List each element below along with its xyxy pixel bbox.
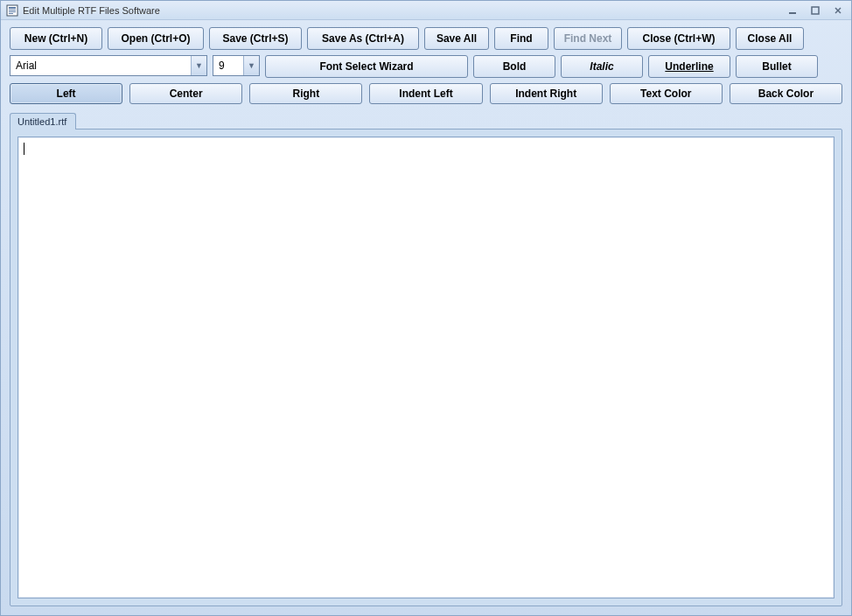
font-name-value: Arial bbox=[10, 60, 191, 72]
text-color-button[interactable]: Text Color bbox=[610, 83, 723, 104]
text-cursor bbox=[24, 143, 24, 155]
bullet-button[interactable]: Bullet bbox=[736, 55, 818, 78]
app-window: Edit Multiple RTF Files Software New (Ct… bbox=[0, 0, 852, 616]
save-all-button[interactable]: Save All bbox=[424, 27, 489, 50]
chevron-down-icon: ▼ bbox=[191, 56, 206, 75]
new-button[interactable]: New (Ctrl+N) bbox=[10, 27, 102, 50]
font-size-combo[interactable]: 9 ▼ bbox=[213, 55, 260, 76]
minimize-button[interactable] bbox=[785, 4, 800, 17]
window-title: Edit Multiple RTF Files Software bbox=[23, 5, 785, 16]
app-icon bbox=[6, 4, 18, 17]
font-name-combo[interactable]: Arial ▼ bbox=[10, 55, 207, 76]
save-as-button[interactable]: Save As (Ctrl+A) bbox=[307, 27, 419, 50]
close-window-button[interactable] bbox=[830, 4, 846, 17]
svg-rect-6 bbox=[812, 7, 819, 14]
align-center-button[interactable]: Center bbox=[129, 83, 242, 104]
underline-button[interactable]: Underline bbox=[648, 55, 730, 78]
save-button[interactable]: Save (Ctrl+S) bbox=[209, 27, 302, 50]
document-tab[interactable]: Untitled1.rtf bbox=[10, 113, 76, 130]
svg-rect-3 bbox=[9, 11, 16, 12]
find-button[interactable]: Find bbox=[494, 27, 548, 50]
text-editor[interactable] bbox=[17, 136, 835, 598]
font-size-value: 9 bbox=[213, 60, 243, 72]
svg-rect-5 bbox=[789, 12, 796, 14]
client-area: New (Ctrl+N) Open (Ctrl+O) Save (Ctrl+S)… bbox=[1, 20, 851, 615]
window-controls bbox=[785, 4, 846, 17]
toolbar-row-font: Arial ▼ 9 ▼ Font Select Wizard Bold Ital… bbox=[10, 55, 842, 78]
close-all-button[interactable]: Close All bbox=[736, 27, 804, 50]
align-right-button[interactable]: Right bbox=[249, 83, 362, 104]
align-left-button[interactable]: Left bbox=[10, 83, 122, 104]
editor-frame bbox=[10, 129, 842, 606]
find-next-button[interactable]: Find Next bbox=[554, 27, 622, 50]
italic-button[interactable]: Italic bbox=[561, 55, 643, 78]
svg-rect-4 bbox=[9, 13, 13, 14]
maximize-button[interactable] bbox=[807, 4, 823, 17]
open-button[interactable]: Open (Ctrl+O) bbox=[108, 27, 204, 50]
indent-right-button[interactable]: Indent Right bbox=[490, 83, 603, 104]
document-tab-strip: Untitled1.rtf bbox=[10, 109, 842, 129]
back-color-button[interactable]: Back Color bbox=[730, 83, 842, 104]
chevron-down-icon: ▼ bbox=[243, 56, 259, 75]
bold-button[interactable]: Bold bbox=[473, 55, 555, 78]
svg-rect-1 bbox=[9, 7, 16, 9]
svg-rect-2 bbox=[9, 10, 16, 10]
toolbar-row-file: New (Ctrl+N) Open (Ctrl+O) Save (Ctrl+S)… bbox=[10, 27, 842, 50]
indent-left-button[interactable]: Indent Left bbox=[369, 83, 482, 104]
close-button[interactable]: Close (Ctrl+W) bbox=[627, 27, 730, 50]
titlebar: Edit Multiple RTF Files Software bbox=[1, 1, 851, 20]
font-select-wizard-button[interactable]: Font Select Wizard bbox=[265, 55, 468, 78]
toolbar-row-paragraph: Left Center Right Indent Left Indent Rig… bbox=[10, 83, 842, 104]
